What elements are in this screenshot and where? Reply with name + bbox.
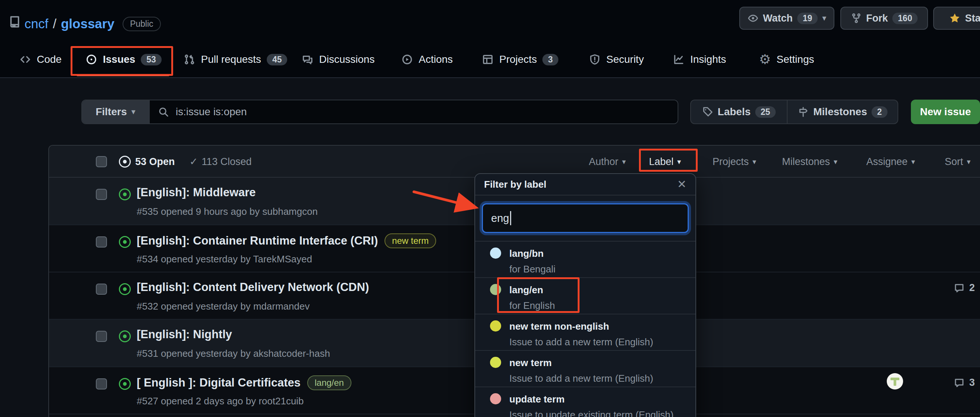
tab-code[interactable]: Code	[19, 48, 62, 71]
fork-button[interactable]: Fork 160	[840, 7, 928, 30]
comment-count[interactable]: 2	[954, 282, 975, 294]
tab-insights[interactable]: Insights	[673, 48, 726, 71]
dropdown-title: Filter by label	[484, 179, 546, 190]
play-circle-icon	[401, 54, 413, 65]
watch-count: 19	[797, 13, 818, 24]
star-button[interactable]: Star	[933, 7, 980, 30]
label-color-dot	[490, 357, 501, 368]
tab-label: Discussions	[319, 54, 374, 65]
chevron-down-icon[interactable]: ▾	[822, 14, 826, 22]
annotation-box-issues-tab	[71, 46, 173, 76]
label-pill-lang-en[interactable]: lang/en	[307, 376, 352, 390]
open-issue-icon	[119, 188, 131, 201]
tab-pull-requests[interactable]: Pull requests 45	[183, 48, 287, 71]
label-color-dot	[490, 320, 501, 331]
issue-title-link[interactable]: [ English ]: Digital Certificates	[137, 376, 301, 390]
graph-icon	[673, 54, 685, 65]
filter-sort[interactable]: Sort▾	[945, 146, 971, 178]
filters-dropdown-button[interactable]: Filters ▾	[82, 100, 150, 123]
open-issues-icon	[119, 156, 131, 168]
label-color-dot	[490, 393, 501, 404]
fork-count: 160	[892, 13, 918, 24]
label-color-dot	[490, 248, 501, 259]
filter-assignee[interactable]: Assignee▾	[866, 146, 915, 178]
tag-icon	[702, 106, 713, 118]
comment-count[interactable]: 3	[954, 377, 975, 388]
filter-milestones[interactable]: Milestones▾	[782, 146, 837, 178]
filters-label: Filters	[95, 106, 127, 118]
chevron-down-icon: ▾	[911, 158, 915, 166]
tab-label: Settings	[776, 54, 814, 65]
fork-icon	[851, 13, 862, 24]
tab-actions[interactable]: Actions	[401, 48, 453, 71]
tab-label: Actions	[419, 54, 453, 65]
pr-count: 45	[267, 54, 288, 65]
issue-title-link[interactable]: [English]: Nightly	[137, 328, 232, 341]
star-icon	[949, 12, 961, 24]
label-option-update-term[interactable]: update term Issue to update existing ter…	[475, 387, 695, 417]
label-filter-value: eng	[491, 212, 509, 224]
annotation-box-lang-en-option	[497, 277, 579, 313]
labels-button[interactable]: Labels 25	[691, 100, 788, 123]
watch-button[interactable]: Watch 19 ▾	[739, 7, 834, 30]
repo-owner-link[interactable]: cncf	[24, 16, 48, 31]
pull-request-icon	[183, 54, 196, 65]
tab-label: Projects	[499, 54, 537, 65]
tab-projects[interactable]: Projects 3	[482, 48, 558, 71]
fork-label: Fork	[866, 13, 888, 24]
milestones-button[interactable]: Milestones 2	[788, 100, 897, 123]
issues-search-bar: Filters ▾ is:issue is:open	[81, 100, 678, 124]
chevron-down-icon: ▾	[834, 158, 837, 166]
open-issues-filter[interactable]: 53 Open	[135, 146, 175, 178]
label-filter-input[interactable]: eng	[482, 203, 689, 233]
closed-issues-filter[interactable]: ✓ 113 Closed	[189, 146, 251, 178]
issue-meta: #535 opened 9 hours ago by subhamgcon	[137, 206, 318, 217]
issue-title-link[interactable]: [English]: Middleware	[137, 186, 256, 199]
issues-search-input[interactable]: is:issue is:open	[150, 100, 678, 123]
issue-checkbox[interactable]	[96, 378, 107, 390]
open-count-label: 53 Open	[135, 156, 175, 168]
chevron-down-icon: ▾	[752, 158, 756, 166]
filter-projects[interactable]: Projects▾	[713, 146, 756, 178]
text-cursor	[510, 211, 511, 225]
labels-milestones-group: Labels 25 Milestones 2	[690, 100, 898, 124]
tab-label: Pull requests	[201, 54, 261, 65]
chevron-down-icon: ▾	[131, 108, 135, 116]
label-option-new-term[interactable]: new term Issue to add a new term (Englis…	[475, 351, 695, 387]
issue-checkbox[interactable]	[96, 236, 107, 248]
avatar[interactable]	[887, 373, 903, 391]
search-icon	[158, 106, 169, 118]
new-issue-button[interactable]: New issue	[911, 100, 980, 124]
label-option-new-term-non-english[interactable]: new term non-english Issue to add a new …	[475, 314, 695, 351]
issue-checkbox[interactable]	[96, 189, 107, 200]
table-icon	[482, 54, 494, 65]
label-pill-new-term[interactable]: new term	[385, 233, 436, 248]
issue-title-link[interactable]: [English]: Container Runtime Interface (…	[137, 234, 378, 248]
issue-meta: #532 opened yesterday by mdarmandev	[137, 301, 309, 312]
select-all-checkbox[interactable]	[96, 156, 107, 167]
issue-checkbox[interactable]	[96, 331, 107, 342]
issue-meta: #531 opened yesterday by akshatcoder-has…	[137, 348, 330, 360]
projects-count: 3	[542, 54, 558, 65]
tab-label: Security	[606, 54, 644, 65]
annotation-box-label-filter	[639, 149, 698, 172]
issue-title-link[interactable]: [English]: Content Delivery Network (CDN…	[137, 281, 369, 294]
labels-count: 25	[755, 106, 776, 118]
issue-meta: #534 opened yesterday by TarekMSayed	[137, 253, 312, 265]
tab-security[interactable]: Security	[589, 48, 644, 71]
discussion-icon	[302, 54, 313, 65]
tab-label: Insights	[690, 54, 726, 65]
open-issue-icon	[119, 330, 131, 342]
open-issue-icon	[119, 236, 131, 248]
close-icon[interactable]: ✕	[677, 179, 687, 190]
milestones-count: 2	[872, 106, 888, 118]
closed-count-label: 113 Closed	[202, 156, 252, 168]
code-icon	[19, 54, 31, 65]
tab-settings[interactable]: ⚙ Settings	[759, 48, 814, 71]
open-issue-icon	[119, 283, 131, 295]
issue-checkbox[interactable]	[96, 283, 107, 295]
tab-discussions[interactable]: Discussions	[302, 48, 374, 71]
label-option-lang-bn[interactable]: lang/bn for Bengali	[475, 242, 695, 278]
repo-name-link[interactable]: glossary	[61, 16, 115, 31]
chevron-down-icon: ▾	[622, 158, 626, 166]
